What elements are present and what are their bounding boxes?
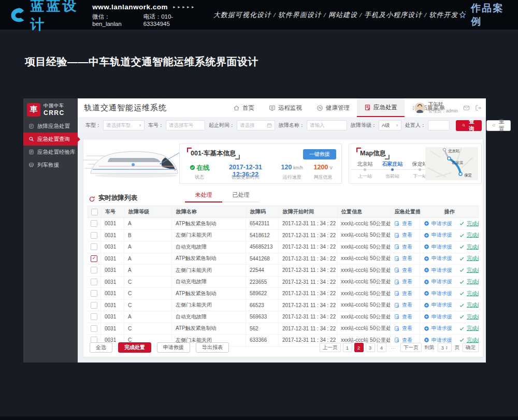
complete-link[interactable]: 完成处理	[459, 267, 479, 274]
request-rescue-link[interactable]: 申请求援	[424, 231, 452, 239]
request-rescue-link[interactable]: 申请求援	[424, 278, 452, 285]
request-rescue-link[interactable]: 申请求援	[424, 267, 452, 274]
filter-input[interactable]: 请输入	[307, 120, 347, 131]
view-link[interactable]: 查看	[394, 255, 412, 262]
request-rescue-link[interactable]: 申请求援	[424, 290, 452, 297]
batch-button[interactable]: 完成处置	[118, 342, 151, 353]
row-checkbox[interactable]	[91, 313, 97, 320]
batch-button[interactable]: 导出报表	[196, 342, 229, 353]
avatar[interactable]	[414, 103, 425, 113]
sidebar-item[interactable]: 应急处置经验库	[23, 146, 78, 158]
page-button[interactable]: 1	[343, 343, 352, 352]
view-link[interactable]: 查看	[394, 243, 412, 251]
refresh-icon[interactable]	[89, 196, 95, 202]
doc-view-icon	[394, 267, 400, 273]
train-info-card: 001-车基本信息 一键救援 在线 状态 2017-12-31 12:36:22	[179, 143, 342, 184]
view-link[interactable]: 查看	[394, 313, 412, 321]
complete-link[interactable]: 完成处理	[459, 231, 479, 239]
confirm-button[interactable]: 确定	[463, 343, 479, 352]
request-rescue-link[interactable]: 申请求援	[424, 301, 452, 309]
cell-location: xxx站-ccc站 50公里处	[337, 288, 391, 299]
reset-button[interactable]: 重置	[486, 120, 511, 131]
row-checkbox-cell	[88, 230, 101, 241]
cell-fault-name: 自动充电故障	[172, 277, 246, 288]
cell-start-time: 2017-12-31 11 : 34 : 22	[279, 241, 337, 253]
batch-button[interactable]: 全选	[90, 342, 112, 353]
nav-item[interactable]: 首页	[226, 98, 262, 117]
speed-label: 运行速度	[278, 174, 306, 181]
filter-input[interactable]: 请选择车号	[166, 120, 205, 131]
row-checkbox[interactable]	[91, 232, 97, 239]
row-checkbox[interactable]	[91, 220, 97, 227]
check-icon	[459, 326, 465, 331]
view-link[interactable]: 查看	[394, 325, 412, 332]
mini-map[interactable]: 北京站 石家庄 保定	[425, 147, 478, 180]
complete-link[interactable]: 完成处理	[459, 301, 479, 309]
circle-plus-icon	[424, 244, 429, 250]
mail-icon[interactable]	[463, 105, 470, 111]
row-checkbox[interactable]	[91, 267, 97, 273]
sidebar-item[interactable]: 应急处置查询	[23, 133, 78, 146]
sidebar-item[interactable]: 列车救援	[23, 158, 78, 171]
complete-link[interactable]: 完成处理	[459, 255, 479, 262]
table-row: 0031CATP触发紧急制动5896222017-12-31 11 : 34 :…	[88, 288, 479, 300]
filter-select[interactable]: 请选择车型∨	[103, 120, 145, 131]
portfolio-link[interactable]: 作品案例	[458, 2, 507, 28]
page-button[interactable]: 2	[354, 343, 364, 352]
search-button[interactable]: 查询	[456, 120, 482, 131]
logout-icon[interactable]	[475, 105, 482, 111]
nav-item[interactable]: 应急处置	[357, 98, 405, 117]
batch-button[interactable]: 申请救援	[157, 342, 190, 353]
one-key-rescue-button[interactable]: 一键救援	[303, 149, 336, 160]
complete-link[interactable]: 完成处理	[459, 220, 479, 227]
row-checkbox[interactable]	[91, 290, 97, 297]
row-checkbox[interactable]	[91, 325, 97, 332]
sidebar-item[interactable]: 故障应急处置	[23, 120, 78, 133]
cell-location: xxx站-ccc站 50公里处	[337, 265, 391, 276]
view-link[interactable]: 查看	[394, 220, 412, 227]
select-all-checkbox[interactable]	[91, 209, 98, 215]
cell-location: xxx站-ccc站 50公里处	[337, 277, 391, 288]
cell-measures: 查看	[391, 300, 420, 311]
cell-location: xxx站-ccc站 50公里处	[337, 311, 391, 323]
prev-page-button[interactable]: 上一页	[320, 343, 341, 352]
filter-input[interactable]	[428, 120, 450, 131]
complete-link[interactable]: 完成处理	[459, 290, 479, 297]
website-link[interactable]: www.lanlanwork.com	[92, 3, 168, 11]
complete-link[interactable]: 完成处理	[459, 278, 479, 285]
filter-label: 起止时间：	[209, 122, 235, 129]
row-checkbox[interactable]: ✓	[91, 255, 97, 262]
view-link[interactable]: 查看	[394, 267, 412, 274]
request-rescue-link[interactable]: 申请求援	[424, 255, 452, 262]
view-link[interactable]: 查看	[394, 231, 412, 239]
update-time-stat: 2017-12-31 12:36:22 数据更新时间	[215, 164, 276, 181]
complete-link[interactable]: 完成处理	[459, 313, 479, 321]
jump-page-input[interactable]: 3▲▼	[438, 343, 452, 352]
filter-date[interactable]: 请选择	[237, 120, 275, 131]
row-checkbox[interactable]	[91, 302, 97, 309]
complete-link[interactable]: 完成处理	[459, 325, 479, 332]
request-rescue-link[interactable]: 申请求援	[424, 220, 452, 227]
page-button[interactable]: 3	[366, 343, 375, 352]
library-icon	[28, 149, 34, 155]
row-checkbox[interactable]	[91, 243, 97, 250]
request-rescue-link[interactable]: 申请求援	[424, 325, 452, 332]
view-link[interactable]: 查看	[394, 290, 412, 297]
view-link[interactable]: 查看	[394, 278, 412, 285]
nav-item[interactable]: 健康管理	[309, 98, 357, 117]
nav-item[interactable]: 远程监视	[262, 98, 309, 117]
view-link[interactable]: 查看	[394, 301, 412, 309]
request-rescue-link[interactable]: 申请求援	[424, 313, 452, 321]
request-rescue-link[interactable]: 申请求援	[424, 243, 452, 251]
page-button[interactable]: 4	[377, 343, 386, 352]
complete-link[interactable]: 完成处理	[459, 243, 479, 251]
row-checkbox-cell	[88, 241, 101, 253]
tab[interactable]: 未处理	[185, 191, 222, 202]
tab[interactable]: 已处理	[222, 191, 260, 202]
stepper-arrows-icon[interactable]: ▲▼	[445, 345, 448, 350]
cell-fault-name: ATP触发紧急制动	[172, 323, 246, 335]
next-page-button[interactable]: 下一页	[400, 343, 422, 352]
row-checkbox[interactable]	[91, 279, 97, 285]
crrc-logo-icon: 車	[27, 103, 40, 117]
filter-select[interactable]: A级∨	[379, 120, 401, 131]
